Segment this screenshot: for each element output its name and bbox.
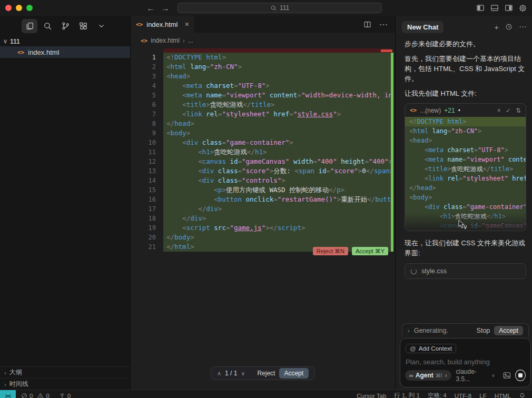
card-expand-icon[interactable]: ⇅: [516, 107, 521, 114]
code-line: 17 </div>: [131, 204, 391, 214]
generating-bar: › Generating. Stop Accept: [402, 323, 529, 337]
stop-button[interactable]: [515, 370, 526, 381]
search-value: 111: [280, 4, 289, 12]
cursor-tab-status[interactable]: Cursor Tab: [357, 393, 386, 398]
add-context-label: Add Context: [419, 345, 452, 352]
source-control-icon[interactable]: [57, 19, 73, 33]
attach-image-icon[interactable]: [503, 372, 511, 379]
line-number: 8: [131, 119, 163, 128]
close-window-button[interactable]: [5, 5, 12, 11]
indentation-status[interactable]: 空格: 4: [428, 392, 447, 398]
cursor-position-status[interactable]: 行 1, 列 1: [394, 392, 420, 398]
settings-gear-icon[interactable]: [519, 4, 527, 12]
overview-ruler-added-mark: [391, 53, 393, 252]
agent-mode-selector[interactable]: ∞ Agent ⌘I ∧: [405, 370, 451, 381]
command-center-search[interactable]: 111: [178, 3, 382, 13]
editor-more-actions-icon[interactable]: ⋯: [379, 19, 388, 29]
code-editor[interactable]: 1<!DOCTYPE html>2<html lang="zh-CN">3<he…: [131, 48, 395, 390]
accept-generation-button[interactable]: Accept: [494, 326, 523, 335]
code-line: 9<body>: [131, 128, 391, 138]
titlebar: ← → 111: [0, 0, 532, 16]
pending-file-item[interactable]: style.css: [405, 263, 526, 279]
explorer-sidebar: ∨ 111 <> index.html › 大纲 › 时间线: [0, 16, 131, 390]
next-diff-icon[interactable]: ∨: [241, 370, 245, 377]
code-line: <head>: [405, 136, 526, 145]
extensions-icon[interactable]: [75, 19, 91, 33]
eol-status[interactable]: LF: [479, 393, 486, 398]
explorer-icon[interactable]: [22, 19, 37, 33]
add-context-button[interactable]: @ Add Context: [406, 344, 456, 353]
at-icon: @: [410, 345, 416, 352]
problems-indicator[interactable]: 0 0: [21, 393, 50, 398]
tab-index-html[interactable]: <> index.html ×: [131, 16, 194, 33]
toggle-right-sidebar-icon[interactable]: [505, 4, 513, 12]
card-close-icon[interactable]: ×: [497, 107, 501, 114]
editor-tab-bar: <> index.html × ⋯: [131, 16, 395, 33]
html-file-icon: <>: [141, 37, 147, 44]
more-views-chevron-icon[interactable]: [93, 19, 109, 33]
stop-generating-button[interactable]: Stop: [477, 327, 490, 334]
line-number: 3: [131, 72, 163, 81]
error-icon: [21, 393, 27, 398]
agent-mode-label: Agent: [416, 372, 434, 379]
stop-square-icon: [518, 373, 523, 377]
chat-tab[interactable]: New Chat: [402, 21, 444, 33]
chevron-right-icon[interactable]: ›: [408, 327, 410, 334]
zoom-window-button[interactable]: [26, 5, 33, 11]
new-chat-icon[interactable]: +: [494, 23, 499, 32]
code-line: 1<!DOCTYPE html>: [131, 53, 391, 62]
file-tree-item-index-html[interactable]: <> index.html: [0, 46, 130, 58]
chat-code-card[interactable]: <> ...(new) +21 • × ✓ ⇅ <!DOCTYPE html><…: [405, 103, 526, 231]
history-forward-icon[interactable]: →: [161, 4, 170, 13]
model-selector[interactable]: claude-3.5...: [456, 368, 487, 383]
code-line: <link rel="stylesheet" href="style.css">: [405, 174, 526, 183]
outline-section[interactable]: › 大纲: [0, 366, 130, 378]
code-line: <html lang="zh-CN">: [405, 126, 526, 136]
accept-all-button[interactable]: Accept: [279, 368, 309, 379]
line-number: 21: [131, 242, 163, 252]
notifications-bell-icon[interactable]: [519, 392, 526, 398]
chat-message: 让我先创建 HTML 文件:: [405, 88, 526, 98]
code-line: 18 </div>: [131, 214, 391, 223]
workspace-root-folder[interactable]: ∨ 111: [0, 36, 130, 46]
line-number: 16: [131, 195, 163, 204]
reject-all-button[interactable]: Reject: [257, 370, 275, 377]
history-back-icon[interactable]: ←: [146, 4, 155, 13]
line-number: 1: [131, 53, 163, 62]
language-mode-status[interactable]: HTML: [495, 393, 511, 398]
chevron-right-icon: ›: [4, 370, 6, 376]
code-line: 16 <button onclick="restartGame()">重新开始<…: [131, 195, 391, 204]
chat-message: 首先，我们需要创建一个基本的项目结构，包括 HTML、CSS 和 JavaScr…: [405, 54, 526, 84]
breadcrumb[interactable]: <> index.html › ...: [131, 33, 395, 48]
line-number: 5: [131, 91, 163, 100]
ports-indicator[interactable]: 0: [59, 393, 71, 398]
diff-accept-button[interactable]: Accept ⌘Y: [352, 247, 388, 255]
chat-prompt-input[interactable]: [406, 358, 525, 366]
search-icon: [270, 5, 277, 12]
toggle-left-sidebar-icon[interactable]: [476, 4, 485, 12]
toggle-bottom-panel-icon[interactable]: [490, 4, 499, 12]
chat-more-icon[interactable]: ⋯: [519, 22, 527, 32]
remote-window-button[interactable]: ><: [0, 390, 16, 398]
diff-reject-button[interactable]: Reject ⌘N: [313, 247, 348, 255]
warning-count: 0: [46, 393, 49, 398]
search-sidebar-icon[interactable]: [40, 19, 55, 33]
code-line: 3<head>: [131, 72, 391, 81]
close-tab-icon[interactable]: ×: [185, 20, 189, 28]
code-line: 12 <canvas id="gameCanvas" width="400" h…: [131, 157, 391, 166]
minimize-window-button[interactable]: [16, 5, 22, 11]
chat-input-box[interactable]: @ Add Context ∞ Agent ⌘I ∧ claude-3.5...…: [400, 338, 531, 387]
card-apply-icon[interactable]: ✓: [506, 107, 511, 114]
activity-bar: [0, 16, 130, 36]
code-line: </head>: [405, 183, 526, 193]
code-line: 10 <div class="game-container">: [131, 138, 391, 147]
root-folder-label: 111: [10, 38, 20, 45]
timeline-section[interactable]: › 时间线: [0, 378, 130, 390]
agent-shortcut: ⌘I: [436, 373, 442, 379]
code-line: <!DOCTYPE html>: [405, 117, 526, 126]
split-editor-icon[interactable]: [363, 21, 371, 28]
encoding-status[interactable]: UTF-8: [455, 393, 472, 398]
code-line: 2<html lang="zh-CN">: [131, 62, 391, 72]
chat-history-icon[interactable]: [505, 23, 513, 31]
prev-diff-icon[interactable]: ∧: [217, 370, 221, 377]
